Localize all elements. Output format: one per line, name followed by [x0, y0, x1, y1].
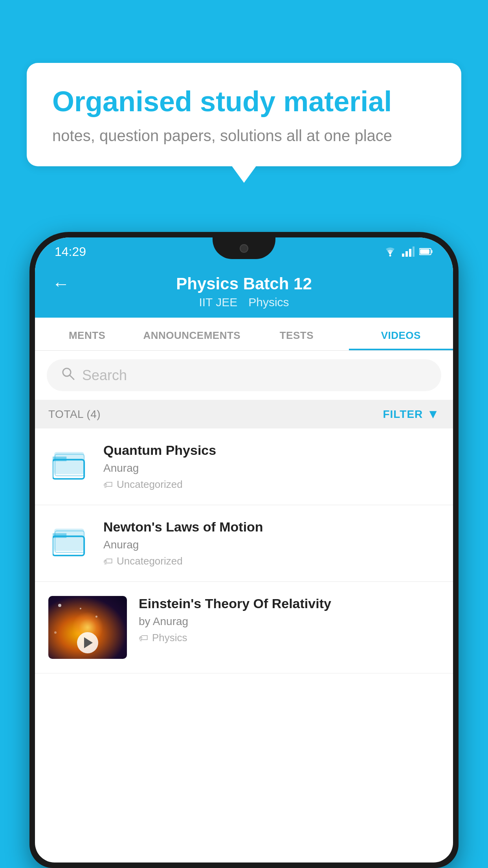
video-tag-row: 🏷 Uncategorized [103, 478, 440, 491]
filter-button[interactable]: FILTER ▼ [383, 407, 440, 421]
filter-bar: TOTAL (4) FILTER ▼ [35, 400, 453, 428]
header-row: ← Physics Batch 12 [52, 274, 436, 293]
video-tag: Uncategorized [117, 555, 183, 567]
tag-icon: 🏷 [103, 479, 113, 490]
camera-dot [240, 244, 248, 253]
filter-label: FILTER [383, 408, 423, 421]
header-tag-iitjee: IIT JEE [199, 296, 237, 309]
svg-rect-6 [431, 250, 433, 253]
video-tag-row: 🏷 Physics [139, 632, 440, 644]
video-list: Quantum Physics Anurag 🏷 Uncategorized [35, 428, 453, 673]
video-info-einstein: Einstein's Theory Of Relativity by Anura… [139, 596, 440, 644]
svg-rect-1 [402, 254, 404, 257]
folder-icon-quantum [48, 443, 92, 486]
folder-icon-newton [48, 519, 92, 563]
play-triangle-icon [84, 637, 93, 648]
search-bar[interactable]: Search [47, 359, 441, 391]
tab-tests[interactable]: TESTS [244, 318, 349, 350]
header-tags: IIT JEE Physics [199, 296, 289, 309]
svg-point-0 [389, 255, 391, 257]
video-author: by Anurag [139, 615, 440, 628]
svg-rect-7 [420, 249, 429, 254]
status-time: 14:29 [55, 245, 86, 259]
video-tag: Uncategorized [117, 478, 183, 491]
svg-rect-2 [405, 251, 408, 257]
svg-line-9 [70, 375, 74, 379]
video-author: Anurag [103, 462, 440, 474]
video-info-quantum: Quantum Physics Anurag 🏷 Uncategorized [103, 443, 440, 491]
header-title: Physics Batch 12 [176, 274, 312, 293]
search-placeholder: Search [82, 367, 127, 384]
speech-bubble-wrapper: Organised study material notes, question… [27, 63, 461, 183]
list-item[interactable]: Quantum Physics Anurag 🏷 Uncategorized [35, 428, 453, 505]
svg-rect-14 [54, 529, 84, 551]
phone-screen: 14:29 [35, 237, 453, 862]
list-item[interactable]: Newton's Laws of Motion Anurag 🏷 Uncateg… [35, 505, 453, 582]
status-icons [383, 246, 433, 257]
svg-rect-4 [413, 246, 415, 257]
tab-videos[interactable]: VIDEOS [349, 318, 453, 350]
video-thumbnail-einstein [48, 596, 127, 659]
header-tag-physics: Physics [248, 296, 289, 309]
status-bar: 14:29 [35, 237, 453, 266]
tag-icon: 🏷 [103, 556, 113, 567]
play-button[interactable] [77, 632, 98, 653]
signal-icon [402, 246, 415, 257]
tag-icon: 🏷 [139, 633, 148, 644]
search-container: Search [35, 351, 453, 400]
app-header: ← Physics Batch 12 IIT JEE Physics [35, 266, 453, 318]
search-icon [61, 366, 75, 384]
wifi-icon [383, 246, 397, 257]
tab-ments[interactable]: MENTS [35, 318, 139, 350]
tab-announcements[interactable]: ANNOUNCEMENTS [139, 318, 244, 350]
phone-notch [213, 237, 275, 259]
video-title: Newton's Laws of Motion [103, 519, 440, 535]
bubble-title: Organised study material [52, 85, 436, 118]
video-title: Einstein's Theory Of Relativity [139, 596, 440, 611]
svg-rect-3 [409, 249, 411, 257]
svg-rect-10 [54, 452, 84, 474]
list-item[interactable]: Einstein's Theory Of Relativity by Anura… [35, 582, 453, 673]
video-title: Quantum Physics [103, 443, 440, 458]
bubble-subtitle: notes, question papers, solutions all at… [52, 127, 436, 145]
video-author: Anurag [103, 539, 440, 551]
speech-bubble: Organised study material notes, question… [27, 63, 461, 166]
total-count: TOTAL (4) [48, 408, 101, 421]
battery-icon [419, 247, 433, 256]
tabs-bar: MENTS ANNOUNCEMENTS TESTS VIDEOS [35, 318, 453, 351]
video-tag: Physics [152, 632, 187, 644]
filter-icon: ▼ [427, 407, 440, 421]
back-button[interactable]: ← [52, 274, 70, 294]
phone-frame: 14:29 [29, 232, 459, 868]
speech-bubble-tail [231, 166, 257, 183]
video-tag-row: 🏷 Uncategorized [103, 555, 440, 567]
video-info-newton: Newton's Laws of Motion Anurag 🏷 Uncateg… [103, 519, 440, 567]
